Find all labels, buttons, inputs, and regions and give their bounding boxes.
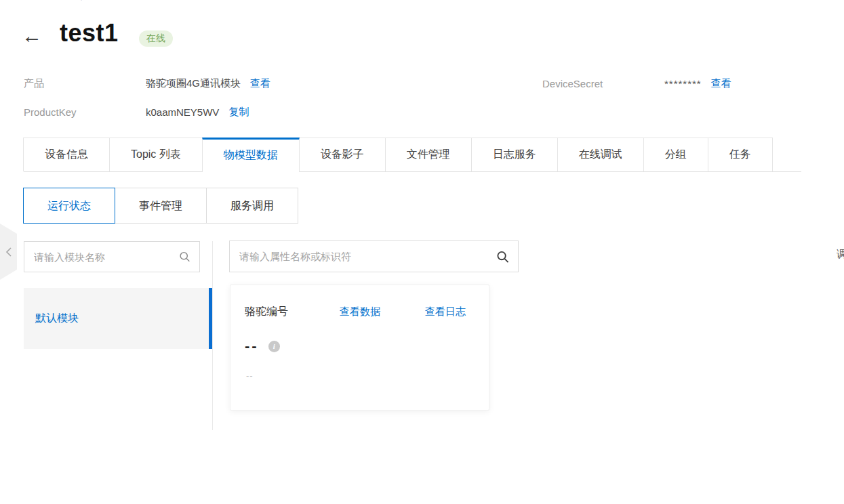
breadcrumb-current: 设备详情 [131, 0, 169, 1]
property-card: 骆驼编号 查看数据 查看日志 -- i -- [230, 285, 489, 411]
product-value: 骆驼项圈4G通讯模块 [146, 77, 241, 90]
module-list: 默认模块 [24, 288, 212, 349]
chevron-left-icon [5, 247, 13, 257]
tab[interactable]: Topic 列表 [109, 138, 203, 171]
product-info-row: 产品 骆驼项圈4G通讯模块 查看 [24, 77, 270, 90]
right-edge-floating-tab-label: 调 [837, 248, 844, 259]
tsl-subtabs: 运行状态事件管理服务调用 [24, 188, 298, 224]
devicesecret-label: DeviceSecret [542, 78, 664, 89]
tab[interactable]: 分组 [643, 138, 708, 171]
view-log-link[interactable]: 查看日志 [425, 306, 466, 318]
tab[interactable]: 任务 [708, 138, 773, 171]
devicesecret-info-row: DeviceSecret ******** 查看 [542, 77, 731, 90]
devicesecret-view-link[interactable]: 查看 [711, 77, 731, 90]
search-icon[interactable] [496, 250, 509, 263]
productkey-info-row: ProductKey k0aamNEY5WV 复制 [24, 105, 249, 119]
module-search [24, 241, 200, 272]
search-icon[interactable] [179, 251, 190, 263]
tab[interactable]: 在线调试 [557, 138, 644, 171]
view-data-link[interactable]: 查看数据 [340, 306, 380, 318]
breadcrumb-path: 物联网平台 / 设备管理 / 设备 [4, 0, 124, 1]
module-search-input[interactable] [24, 242, 199, 272]
product-view-link[interactable]: 查看 [250, 77, 270, 90]
page-title: test1 [60, 19, 119, 47]
devicesecret-value: ******** [664, 78, 702, 89]
status-badge: 在线 [139, 30, 173, 47]
productkey-label: ProductKey [24, 106, 146, 118]
sidebar-collapse-handle[interactable] [0, 224, 17, 280]
tab[interactable]: 物模型数据 [202, 138, 300, 172]
right-edge-floating-tab[interactable]: 调 [837, 248, 844, 260]
info-icon[interactable]: i [268, 341, 280, 352]
property-search [229, 240, 519, 272]
product-label: 产品 [24, 77, 146, 90]
property-search-input[interactable] [230, 241, 518, 272]
back-arrow-icon[interactable]: ← [22, 26, 42, 46]
subtab[interactable]: 服务调用 [206, 188, 298, 224]
tab[interactable]: 设备影子 [299, 138, 386, 171]
productkey-value: k0aamNEY5WV [146, 106, 219, 118]
tab[interactable]: 文件管理 [385, 138, 472, 171]
property-name: 骆驼编号 [245, 305, 288, 319]
subtab[interactable]: 运行状态 [23, 188, 115, 224]
tab[interactable]: 设备信息 [23, 138, 110, 171]
breadcrumb: 物联网平台 / 设备管理 / 设备 设备详情 [4, 0, 438, 3]
property-value: -- [245, 337, 259, 355]
property-update-time: -- [246, 371, 489, 381]
productkey-copy-link[interactable]: 复制 [228, 106, 249, 119]
subtab[interactable]: 事件管理 [115, 188, 207, 224]
device-detail-tabs: 设备信息Topic 列表物模型数据设备影子文件管理日志服务在线调试分组任务 [24, 137, 801, 172]
tab[interactable]: 日志服务 [471, 138, 558, 171]
module-list-item[interactable]: 默认模块 [24, 288, 212, 349]
panel-divider [212, 241, 213, 430]
